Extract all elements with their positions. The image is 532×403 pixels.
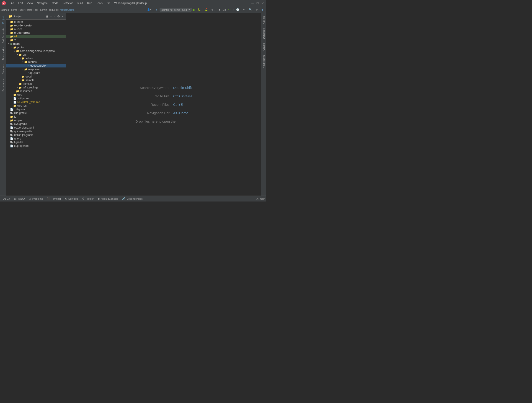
debug-button[interactable]: 🐛 xyxy=(196,8,202,12)
tree-main[interactable]: ▾ ▣ main xyxy=(6,42,66,46)
tree-admin[interactable]: ▾ 📁 admin xyxy=(6,57,66,60)
tree-good[interactable]: › 📁 good xyxy=(6,75,66,78)
tree-rapper[interactable]: 📁 rapper xyxy=(6,119,66,122)
tree-api-proto[interactable]: P api.proto xyxy=(6,71,66,75)
tree-o-order-proto[interactable]: 📁 o-order-proto xyxy=(6,24,66,27)
coverage-button[interactable]: ⛳ xyxy=(203,8,209,12)
menu-refactor[interactable]: Refactor xyxy=(61,1,75,5)
panel-collapse-all[interactable]: ≡ xyxy=(50,14,52,19)
tree-versions-toml[interactable]: 📄 os.versions.toml xyxy=(6,126,66,129)
menu-git[interactable]: Git xyxy=(105,1,112,5)
left-tab-bookmarks[interactable]: Bookmarks xyxy=(1,46,6,62)
bottom-tab-apihugconsole[interactable]: ◆ ApiHugConsole xyxy=(96,197,120,201)
git-check1[interactable]: ✓ xyxy=(227,8,229,11)
menu-code[interactable]: Code xyxy=(50,1,60,5)
tree-o-user-proto[interactable]: 📁 o-user-proto xyxy=(6,31,66,35)
left-tab-project[interactable]: Project xyxy=(1,14,6,25)
folder-icon: 📁 xyxy=(13,104,16,107)
tree-build-gradle[interactable]: 🐘 uild.gradle xyxy=(6,111,66,115)
tree-gitignore-main[interactable]: 📄 .gitignore xyxy=(6,97,66,100)
tree-quibase-gradle[interactable]: 🐘 quibase.gradle xyxy=(6,129,66,133)
menu-build[interactable]: Build xyxy=(75,1,85,5)
git-arrow-up[interactable]: ↑ xyxy=(233,8,234,11)
left-tab-structure[interactable]: Structure xyxy=(1,62,6,76)
menu-tools[interactable]: Tools xyxy=(94,1,104,5)
breadcrumb-apihug[interactable]: apihug xyxy=(1,8,9,11)
tree-o-user[interactable]: 📁 o-user xyxy=(6,27,66,31)
tree-domain[interactable]: › 📁 domain xyxy=(6,82,66,86)
right-tab-notifications[interactable]: Notifications xyxy=(262,53,266,70)
tree-l-gradle[interactable]: 🐘 l.gradle xyxy=(6,140,66,144)
search-btn[interactable]: 🔍 xyxy=(247,8,253,12)
bottom-tab-git[interactable]: ⎇ Git xyxy=(1,197,12,201)
minimize-button[interactable]: ─ xyxy=(251,2,254,5)
close-button[interactable]: ✕ xyxy=(261,2,264,5)
bottom-tab-profiler[interactable]: ⏱ Profiler xyxy=(80,197,95,201)
tree-wire[interactable]: 📁 wire xyxy=(6,93,66,97)
tree-api[interactable]: ▾ 📁 api xyxy=(6,53,66,57)
tree-wire-test[interactable]: 📁 wireTest xyxy=(6,104,66,107)
breadcrumb-user[interactable]: user xyxy=(20,8,24,11)
recent-files-btn[interactable]: 🕐 xyxy=(235,8,241,12)
tree-infra-settings[interactable]: › 📁 infra.settings xyxy=(6,86,66,89)
tree-resources[interactable]: 📁 resources xyxy=(6,89,66,93)
menu-edit[interactable]: Edit xyxy=(16,1,25,5)
bottom-tab-todo[interactable]: ☑ TODO xyxy=(12,197,27,201)
maximize-button[interactable]: □ xyxy=(256,2,259,5)
bottom-tab-terminal[interactable]: ⬛ Terminal xyxy=(45,197,63,201)
run-config-selector[interactable]: apihug-full-demo [build] ▾ xyxy=(159,8,191,12)
profile-run-button[interactable]: ⏱▾ xyxy=(210,8,216,12)
panel-close[interactable]: × xyxy=(61,14,64,19)
menu-run[interactable]: Run xyxy=(85,1,94,5)
right-tab-gradle[interactable]: Gradle xyxy=(262,41,266,52)
tree-publish-gradle[interactable]: 🐘 ublish-jar.gradle xyxy=(6,133,66,137)
tree-c[interactable]: 📁 'c xyxy=(6,38,66,42)
main-layout: Project Pull Requests Bookmarks Structur… xyxy=(0,13,266,195)
right-tab-database[interactable]: Database xyxy=(262,26,266,41)
breadcrumb-proto[interactable]: proto xyxy=(27,8,32,11)
hint-label-nav: Navigation Bar xyxy=(135,111,170,115)
menu-navigate[interactable]: Navigate xyxy=(35,1,50,5)
apihug-logo-btn[interactable]: ◆ xyxy=(260,8,265,12)
breadcrumb-api[interactable]: api xyxy=(35,8,38,11)
settings-btn[interactable]: ⚙ xyxy=(254,8,259,12)
undo-btn[interactable]: ↩ xyxy=(242,8,246,12)
tree-gnore[interactable]: 📄 gnore xyxy=(6,137,66,140)
tree-readme-wire[interactable]: 📄 README_wire.md xyxy=(6,100,66,104)
tree-le-properties[interactable]: 📄 le.properties xyxy=(6,144,66,148)
breadcrumb-file[interactable]: request.proto xyxy=(60,8,75,11)
git-check2[interactable]: ✓ xyxy=(230,8,232,11)
panel-expand-all[interactable]: ≡ xyxy=(53,14,56,19)
profile-btn[interactable]: 👤▾ xyxy=(146,8,153,12)
bottom-tab-services[interactable]: ⚙ Services xyxy=(63,197,80,201)
right-tab-apihug[interactable]: ApiHug xyxy=(262,14,266,26)
tree-gitignore-root[interactable]: 📄 .gitignore xyxy=(6,107,66,111)
breadcrumb-request[interactable]: request xyxy=(49,8,58,11)
tree-response-folder[interactable]: › 📁 response xyxy=(6,68,66,71)
properties-icon: 📄 xyxy=(10,145,13,147)
left-tab-pull-requests[interactable]: Pull Requests xyxy=(1,26,6,45)
bottom-tab-dependencies[interactable]: 🔗 Dependencies xyxy=(120,197,144,201)
bottom-tab-problems[interactable]: ⚠ Problems xyxy=(27,197,45,201)
tree-le[interactable]: 📁 le xyxy=(6,115,66,119)
title-bar: J File Edit View Navigate Code Refactor … xyxy=(0,0,266,6)
tree-request-folder[interactable]: ▾ 📁 request xyxy=(6,60,66,64)
panel-settings[interactable]: ⚙ xyxy=(57,14,60,19)
nav-arrow[interactable]: ⬆ xyxy=(154,8,159,12)
folder-icon: 📁 xyxy=(10,24,13,27)
tree-build[interactable]: 📁 uild xyxy=(6,35,66,38)
tree-o-order[interactable]: 📁 o-order xyxy=(6,20,66,24)
tree-proto[interactable]: ▾ 📁 proto xyxy=(6,46,66,49)
tree-ava-gradle[interactable]: 🐘 ava.gradle xyxy=(6,122,66,126)
menu-file[interactable]: File xyxy=(8,1,16,5)
stop-button[interactable]: ■ xyxy=(217,8,222,12)
run-button[interactable]: ▶ xyxy=(193,7,195,12)
tree-request-proto[interactable]: P request.proto xyxy=(6,64,66,68)
breadcrumb-demo[interactable]: demo xyxy=(11,8,18,11)
panel-scope-btn[interactable]: ◉ xyxy=(45,14,49,19)
left-tab-persistence[interactable]: Persistence xyxy=(1,77,6,93)
menu-view[interactable]: View xyxy=(25,1,35,5)
breadcrumb-admin[interactable]: admin xyxy=(40,8,47,11)
tree-sample[interactable]: › 📁 sample xyxy=(6,78,66,82)
tree-com-apihug[interactable]: ▾ 📁 com.apihug.demo.user.proto xyxy=(6,49,66,53)
